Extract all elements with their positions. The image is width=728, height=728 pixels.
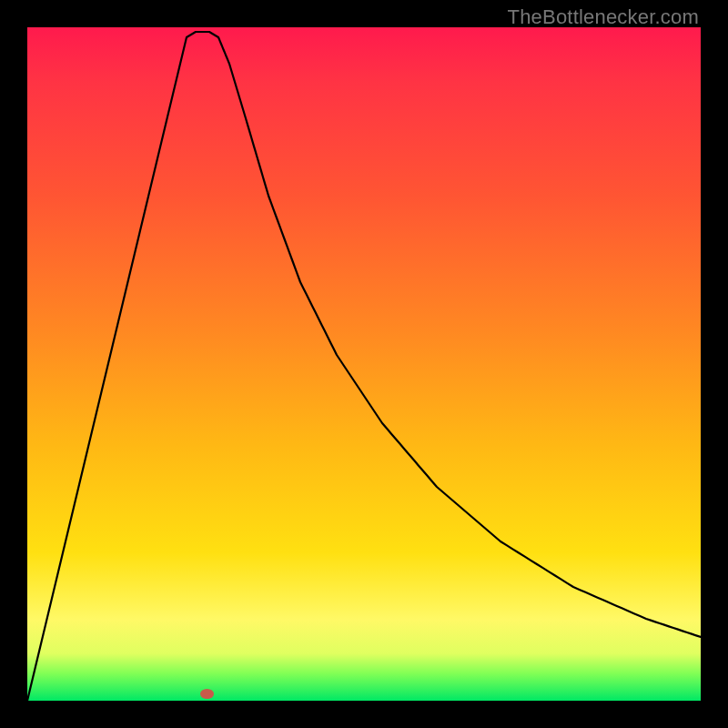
optimal-point-marker [200,689,214,699]
bottleneck-curve [27,27,701,701]
attribution-label: TheBottlenecker.com [508,5,699,29]
chart-container: TheBottlenecker.com [0,0,728,728]
plot-area [27,27,701,701]
